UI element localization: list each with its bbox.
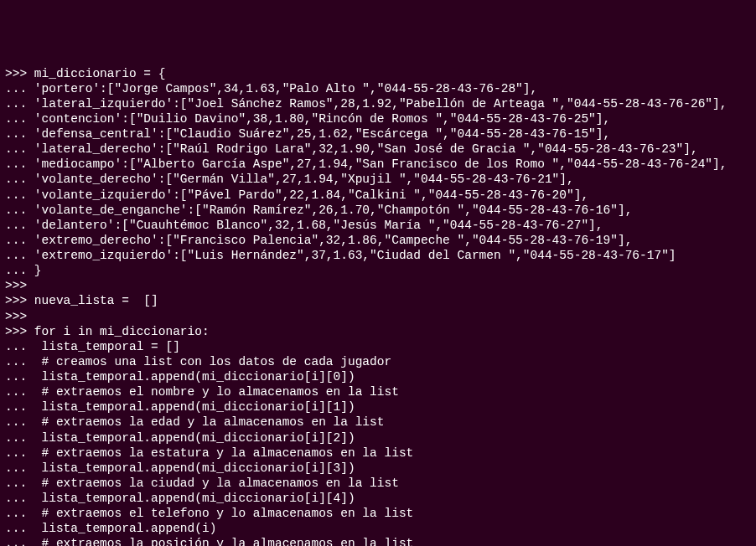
terminal-line: ... lista_temporal = [] xyxy=(5,339,751,354)
repl-code: lista_temporal.append(mi_diccionario[i][… xyxy=(27,461,355,475)
terminal-line: ... 'extremo_izquierdo':["Luis Hernández… xyxy=(5,248,751,263)
repl-prompt: ... xyxy=(5,431,27,445)
repl-code: lista_temporal.append(mi_diccionario[i][… xyxy=(27,370,355,384)
repl-prompt: ... xyxy=(5,507,27,520)
repl-prompt: ... xyxy=(5,446,27,460)
terminal-line: ... # extraemos la ciudad y la almacenam… xyxy=(5,476,751,491)
repl-prompt: ... xyxy=(5,522,27,535)
terminal-line: ... 'volante_izquierdo':["Pável Pardo",2… xyxy=(5,188,751,203)
terminal-line: ... lista_temporal.append(mi_diccionario… xyxy=(5,491,751,506)
repl-code: mi_diccionario = { xyxy=(27,67,165,80)
terminal-line: ... 'volante_derecho':["Germán Villa",27… xyxy=(5,172,751,187)
terminal-line: ... # extraemos la posición y la almacen… xyxy=(5,536,751,546)
terminal-output[interactable]: >>> mi_diccionario = {... 'portero':["Jo… xyxy=(5,66,751,547)
repl-prompt: ... xyxy=(5,400,27,414)
repl-code: 'delantero':["Cuauhtémoc Blanco",32,1.68… xyxy=(27,219,603,232)
terminal-line: ... 'delantero':["Cuauhtémoc Blanco",32,… xyxy=(5,218,751,233)
repl-code: # extraemos el nombre y lo almacenamos e… xyxy=(27,385,399,399)
repl-prompt: ... xyxy=(5,461,27,475)
repl-prompt: ... xyxy=(5,82,27,95)
repl-code: nueva_lista = [] xyxy=(27,294,158,307)
repl-prompt: >>> xyxy=(5,67,27,80)
terminal-line: ... 'lateral_izquierdo':["Joel Sánchez R… xyxy=(5,96,751,111)
repl-code: # extraemos la posición y la almacenamos… xyxy=(27,537,413,546)
repl-prompt: ... xyxy=(5,249,27,262)
repl-prompt: ... xyxy=(5,157,27,171)
repl-code: lista_temporal.append(mi_diccionario[i][… xyxy=(27,431,355,445)
repl-prompt: ... xyxy=(5,415,27,429)
repl-code: 'contencion':["Duilio Davino",38,1.80,"R… xyxy=(27,112,610,126)
repl-prompt: ... xyxy=(5,188,27,202)
repl-prompt: ... xyxy=(5,203,27,217)
terminal-line: ... 'lateral_derecho':["Raúl Rodrigo Lar… xyxy=(5,142,751,157)
repl-code: lista_temporal = [] xyxy=(27,340,180,353)
repl-prompt: ... xyxy=(5,355,27,368)
terminal-line: ... # extraemos la estatura y la almacen… xyxy=(5,446,751,461)
terminal-line: >>> mi_diccionario = { xyxy=(5,66,751,81)
repl-prompt: ... xyxy=(5,112,27,126)
repl-prompt: ... xyxy=(5,97,27,111)
terminal-line: ... # extraemos el telefono y lo almacen… xyxy=(5,506,751,521)
repl-prompt: ... xyxy=(5,370,27,384)
repl-code: 'volante_derecho':["Germán Villa",27,1.9… xyxy=(27,173,574,186)
repl-prompt: ... xyxy=(5,340,27,353)
terminal-line: ... 'defensa_central':["Claudio Suárez",… xyxy=(5,126,751,142)
repl-prompt: ... xyxy=(5,476,27,490)
terminal-line: >>> xyxy=(5,309,751,324)
repl-prompt: ... xyxy=(5,492,27,505)
repl-prompt: ... xyxy=(5,219,27,232)
terminal-line: ... 'mediocampo':["Alberto García Aspe",… xyxy=(5,157,751,172)
terminal-line: ... 'contencion':["Duilio Davino",38,1.8… xyxy=(5,111,751,126)
repl-code: 'mediocampo':["Alberto García Aspe",27,1… xyxy=(27,157,727,171)
repl-prompt: ... xyxy=(5,142,27,156)
terminal-line: ... lista_temporal.append(mi_diccionario… xyxy=(5,430,751,446)
terminal-line: ... # extraemos la edad y la almacenamos… xyxy=(5,415,751,430)
repl-code: } xyxy=(27,264,41,277)
repl-code: # extraemos la estatura y la almacenamos… xyxy=(27,446,413,460)
repl-prompt: ... xyxy=(5,264,27,277)
terminal-line: ... 'extremo_derecho':["Francisco Palenc… xyxy=(5,233,751,248)
repl-code: 'lateral_izquierdo':["Joel Sánchez Ramos… xyxy=(27,97,727,111)
terminal-line: >>> xyxy=(5,278,751,293)
repl-prompt: >>> xyxy=(5,325,27,338)
repl-code: 'volante_izquierdo':["Pável Pardo",22,1.… xyxy=(27,188,588,202)
repl-code: for i in mi_diccionario: xyxy=(27,325,210,338)
repl-prompt: >>> xyxy=(5,310,27,323)
repl-code: # creamos una list con los datos de cada… xyxy=(27,355,391,368)
repl-prompt: ... xyxy=(5,385,27,399)
repl-code: 'lateral_derecho':["Raúl Rodrigo Lara",3… xyxy=(27,142,698,156)
terminal-line: ... lista_temporal.append(mi_diccionario… xyxy=(5,399,751,415)
repl-prompt: ... xyxy=(5,537,27,546)
repl-code: 'extremo_izquierdo':["Luis Hernández",37… xyxy=(27,249,676,262)
terminal-line: >>> nueva_lista = [] xyxy=(5,293,751,308)
terminal-line: >>> for i in mi_diccionario: xyxy=(5,324,751,339)
repl-prompt: >>> xyxy=(5,294,27,307)
repl-code: # extraemos la edad y la almacenamos en … xyxy=(27,415,384,429)
terminal-line: ... 'volante_de_enganche':["Ramón Ramíre… xyxy=(5,203,751,218)
terminal-line: ... } xyxy=(5,263,751,278)
repl-code: lista_temporal.append(i) xyxy=(27,522,216,535)
terminal-line: ... 'portero':["Jorge Campos",34,1.63,"P… xyxy=(5,81,751,96)
repl-code: # extraemos el telefono y lo almacenamos… xyxy=(27,507,413,520)
repl-code: 'defensa_central':["Claudio Suárez",25,1… xyxy=(27,127,610,141)
repl-prompt: ... xyxy=(5,127,27,141)
repl-prompt: >>> xyxy=(5,279,27,292)
repl-code: lista_temporal.append(mi_diccionario[i][… xyxy=(27,400,355,414)
terminal-line: ... # creamos una list con los datos de … xyxy=(5,354,751,369)
terminal-line: ... lista_temporal.append(i) xyxy=(5,521,751,536)
repl-code: # extraemos la ciudad y la almacenamos e… xyxy=(27,476,399,490)
terminal-line: ... # extraemos el nombre y lo almacenam… xyxy=(5,384,751,399)
repl-code: 'portero':["Jorge Campos",34,1.63,"Palo … xyxy=(27,82,537,95)
terminal-line: ... lista_temporal.append(mi_diccionario… xyxy=(5,369,751,384)
repl-prompt: ... xyxy=(5,173,27,186)
repl-prompt: ... xyxy=(5,234,27,247)
terminal-line: ... lista_temporal.append(mi_diccionario… xyxy=(5,461,751,476)
repl-code: 'extremo_derecho':["Francisco Palencia",… xyxy=(27,234,632,247)
repl-code: 'volante_de_enganche':["Ramón Ramírez",2… xyxy=(27,203,632,217)
repl-code: lista_temporal.append(mi_diccionario[i][… xyxy=(27,492,355,505)
